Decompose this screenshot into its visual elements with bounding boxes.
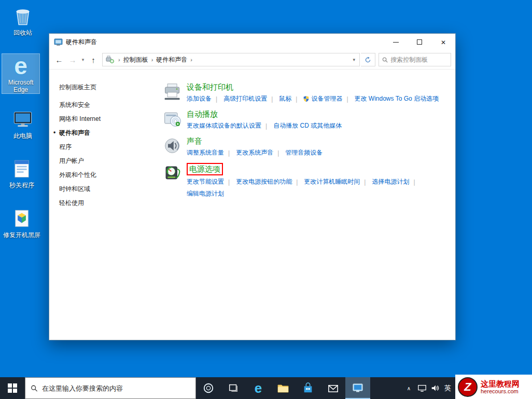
task-view-button[interactable] [221,377,246,399]
category-title-autoplay[interactable]: 自动播放 [187,109,218,119]
link-adjust-system-volume[interactable]: 调整系统音量 [187,148,224,157]
sidebar-item-appearance[interactable]: 外观和个性化 [59,171,153,180]
category-title-power-options[interactable]: 电源选项 [189,164,220,174]
link-change-power-button[interactable]: 更改电源按钮的功能 [224,177,292,186]
windows-logo-icon [8,383,17,393]
back-button[interactable]: ← [52,53,66,66]
watermark: Z 这里教程网 herecours.com [455,375,532,399]
tray-language-indicator[interactable]: 英 [441,377,454,399]
category-title-sound[interactable]: 声音 [187,136,202,146]
tray-volume-icon[interactable] [428,377,441,399]
link-choose-power-plan[interactable]: 选择电源计划 [360,177,409,186]
tray-network-icon[interactable] [415,377,428,399]
watermark-site-url: herecours.com [481,388,520,395]
sidebar-item-network-internet[interactable]: 网络和 Internet [59,115,153,123]
sidebar-item-programs[interactable]: 程序 [59,143,153,152]
tray-show-hidden-icons[interactable]: ∧ [402,377,415,399]
link-change-power-saving[interactable]: 更改节能设置 [187,177,224,186]
link-change-system-sounds[interactable]: 更改系统声音 [224,148,273,157]
link-device-manager[interactable]: 设备管理器 [291,94,342,103]
window-icon [54,38,63,47]
taskbar-search-input[interactable] [42,384,190,392]
desktop-icon-microsoft-edge[interactable]: e Microsoft Edge [2,54,39,93]
sidebar-item-hardware-sound[interactable]: 硬件和声音 [59,129,153,137]
history-dropdown-icon[interactable]: ▾ [79,57,87,62]
breadcrumb-separator-icon[interactable] [148,57,157,63]
breadcrumb-control-panel[interactable]: 控制面板 [123,56,148,64]
edge-icon: e [255,381,262,395]
search-box[interactable] [379,53,451,66]
watermark-logo-icon: Z [458,377,478,397]
desktop-icon-recycle-bin[interactable]: 回收站 [4,4,41,36]
active-window-icon [352,382,364,394]
store-icon [302,382,314,394]
address-location-icon [106,56,114,64]
forward-button[interactable]: → [66,53,79,66]
category-power-options: 电源选项 更改节能设置 更改电源按钮的功能 更改计算机睡眠时间 选择电源计划 编… [163,163,450,198]
annotation-highlight-box: 电源选项 [187,163,223,175]
desktop-icon-this-pc[interactable]: 此电脑 [4,107,41,140]
sidebar: 控制面板主页 系统和安全 网络和 Internet 硬件和声音 程序 用户帐户 … [49,70,153,340]
window-titlebar[interactable]: 硬件和声音 [49,34,455,50]
watermark-site-name: 这里教程网 [481,379,520,388]
link-edit-power-plan[interactable]: 编辑电源计划 [187,189,224,198]
up-button[interactable]: ↑ [87,53,100,66]
mail-icon [327,382,339,394]
taskbar-edge-button[interactable]: e [246,377,271,399]
taskbar-active-window-button[interactable] [345,377,370,399]
printer-icon [163,82,182,101]
taskbar-search-box[interactable] [25,377,196,399]
link-autoplay-cd-media[interactable]: 自动播放 CD 或其他媒体 [261,121,342,130]
cortana-icon [203,382,214,394]
window-content: 控制面板主页 系统和安全 网络和 Internet 硬件和声音 程序 用户帐户 … [49,70,455,340]
search-icon [382,57,388,63]
refresh-button[interactable] [361,53,375,66]
link-windows-to-go[interactable]: 更改 Windows To Go 启动选项 [342,94,439,103]
desktop-icon-label: 秒关程序 [3,182,40,189]
minimize-button[interactable] [384,34,408,50]
folder-icon [277,382,289,394]
category-devices-printers: 设备和打印机 添加设备 高级打印机设置 鼠标 设备管理器 [163,82,450,103]
category-autoplay: 自动播放 更改媒体或设备的默认设置 自动播放 CD 或其他媒体 [163,109,450,130]
link-change-sleep-time[interactable]: 更改计算机睡眠时间 [292,177,360,186]
category-sound: 声音 调整系统音量 更改系统声音 管理音频设备 [163,136,450,157]
desktop-icon-label: 此电脑 [4,132,41,140]
close-button[interactable] [431,34,455,50]
breadcrumb-separator-icon[interactable] [187,57,195,63]
category-title-devices-printers[interactable]: 设备和打印机 [187,82,233,92]
store-button[interactable] [296,377,320,399]
start-button[interactable] [0,377,25,399]
maximize-button[interactable] [408,34,431,50]
task-view-icon [228,382,239,394]
main-panel: 设备和打印机 添加设备 高级打印机设置 鼠标 设备管理器 [153,70,455,340]
breadcrumb-hardware-sound[interactable]: 硬件和声音 [156,56,187,64]
cortana-button[interactable] [196,377,221,399]
link-change-default-media-settings[interactable]: 更改媒体或设备的默认设置 [187,121,261,130]
desktop-icon-fix-black-screen[interactable]: 修复开机黑屏 [3,207,40,239]
link-add-device[interactable]: 添加设备 [187,94,212,103]
desktop-icon-label: 回收站 [4,29,41,36]
link-mouse[interactable]: 鼠标 [267,94,291,103]
sidebar-item-system-security[interactable]: 系统和安全 [59,101,153,109]
breadcrumb-separator-icon [115,57,123,63]
app-window-icon [3,157,40,181]
file-explorer-button[interactable] [271,377,296,399]
recycle-bin-icon [4,4,41,28]
address-bar[interactable]: 控制面板 硬件和声音 [102,53,360,66]
desktop-icon-label: Microsoft Edge [2,79,39,93]
link-manage-audio-devices[interactable]: 管理音频设备 [273,148,323,157]
sidebar-item-user-accounts[interactable]: 用户帐户 [59,157,153,166]
refresh-icon [365,57,371,63]
navigation-bar: ← → ▾ ↑ 控制面板 硬件和声音 [49,50,455,70]
uac-shield-icon [303,95,309,102]
address-dropdown-icon[interactable] [351,57,357,62]
link-separator [409,178,415,186]
link-advanced-printer-setup[interactable]: 高级打印机设置 [212,94,267,103]
sidebar-item-clock-region[interactable]: 时钟和区域 [59,185,153,194]
control-panel-window: 硬件和声音 ← → ▾ ↑ 控制面板 硬件和声音 [49,33,456,340]
sidebar-item-ease-of-access[interactable]: 轻松使用 [59,199,153,208]
search-input[interactable] [390,56,447,63]
desktop-icon-quick-close-app[interactable]: 秒关程序 [3,157,40,189]
mail-button[interactable] [320,377,345,399]
sidebar-item-home[interactable]: 控制面板主页 [59,83,153,92]
